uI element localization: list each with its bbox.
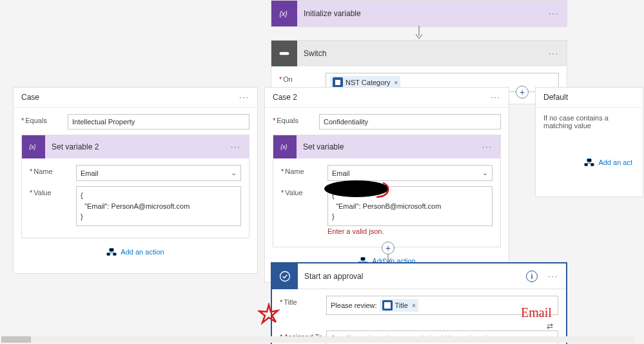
add-action-link[interactable]: Add an act bbox=[543, 149, 635, 171]
svg-rect-11 bbox=[361, 257, 365, 260]
variable-icon: {x} bbox=[22, 135, 45, 158]
approval-title[interactable]: Start an approval bbox=[298, 272, 526, 281]
svg-point-22 bbox=[280, 271, 290, 281]
more-menu[interactable]: ··· bbox=[541, 9, 567, 18]
add-case-button[interactable]: + bbox=[516, 86, 529, 99]
svg-rect-16 bbox=[587, 158, 591, 162]
value-label: Value bbox=[281, 186, 327, 196]
token-remove[interactable]: × bbox=[393, 79, 398, 86]
approval-title-label: Title bbox=[280, 296, 326, 306]
on-label: On bbox=[279, 73, 326, 83]
case2-title[interactable]: Case 2 bbox=[273, 93, 297, 102]
insert-step-button[interactable]: + bbox=[382, 242, 395, 254]
equals-label: Equals bbox=[21, 114, 68, 124]
info-icon[interactable]: i bbox=[526, 271, 538, 282]
more-menu[interactable]: ··· bbox=[239, 93, 249, 102]
setvar-title[interactable]: Set variable bbox=[297, 142, 474, 151]
case2-equals-input[interactable]: Confidentiality bbox=[319, 114, 501, 129]
approval-icon bbox=[272, 263, 298, 289]
variable-icon: {x} bbox=[273, 135, 297, 158]
more-menu[interactable]: ··· bbox=[540, 272, 566, 281]
equals-label: Equals bbox=[273, 114, 319, 124]
setvar-name-select[interactable]: Email⌄ bbox=[327, 165, 493, 181]
svg-text:{x}: {x} bbox=[29, 144, 35, 150]
init-variable-title[interactable]: Initialize variable bbox=[297, 9, 541, 18]
name-label: Name bbox=[30, 165, 76, 175]
more-menu[interactable]: ··· bbox=[541, 49, 567, 58]
setvar2-title[interactable]: Set variable 2 bbox=[45, 142, 223, 151]
name-label: Name bbox=[281, 165, 327, 175]
setvar-value-input[interactable]: { "Email": PersonB@microsoft.com } bbox=[327, 186, 493, 226]
more-menu[interactable]: ··· bbox=[491, 93, 501, 102]
svg-rect-5 bbox=[110, 248, 113, 251]
case1-equals-input[interactable]: Intellectual Property bbox=[68, 114, 249, 129]
token-remove[interactable]: × bbox=[411, 302, 416, 309]
value-label: Value bbox=[30, 186, 76, 196]
svg-rect-2 bbox=[280, 52, 289, 55]
svg-rect-18 bbox=[585, 164, 588, 166]
switch-title[interactable]: Switch bbox=[297, 49, 541, 58]
svg-text:{x}: {x} bbox=[280, 10, 288, 17]
variable-icon: {x} bbox=[271, 1, 297, 26]
svg-rect-8 bbox=[113, 253, 117, 255]
case1-title[interactable]: Case bbox=[21, 93, 39, 102]
setvar2-name-select[interactable]: Email⌄ bbox=[76, 165, 241, 181]
token-title[interactable]: Title × bbox=[380, 299, 418, 312]
reorder-icon[interactable]: ⇄ bbox=[280, 320, 558, 330]
setvar2-value-input[interactable]: { "Email": PersonA@microsoft.com } bbox=[76, 186, 241, 226]
svg-rect-19 bbox=[591, 164, 594, 166]
add-action-link[interactable]: Add an action bbox=[21, 238, 249, 260]
horizontal-scrollbar[interactable] bbox=[1, 336, 635, 343]
svg-text:{x}: {x} bbox=[280, 144, 287, 150]
more-menu[interactable]: ··· bbox=[474, 142, 500, 151]
approval-title-field[interactable]: Please review: Title × bbox=[326, 296, 558, 315]
more-menu[interactable]: ··· bbox=[223, 142, 249, 151]
svg-rect-7 bbox=[107, 253, 110, 255]
json-error: Enter a valid json. bbox=[327, 227, 493, 235]
svg-rect-23 bbox=[384, 302, 391, 309]
default-title[interactable]: Default bbox=[543, 93, 568, 102]
switch-icon bbox=[271, 41, 297, 66]
default-desc: If no case contains a matching value bbox=[543, 114, 635, 129]
